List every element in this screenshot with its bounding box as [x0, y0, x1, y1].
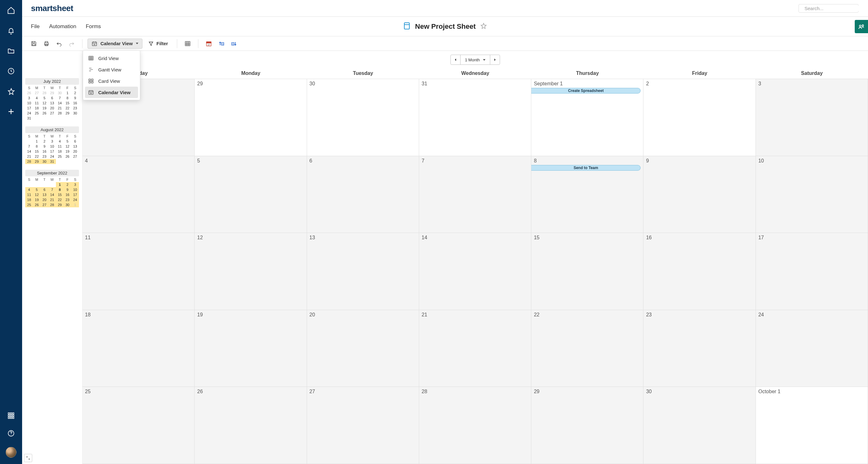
- mini-calendar-day[interactable]: 30: [41, 159, 48, 164]
- mini-calendar-day[interactable]: 26: [63, 154, 71, 159]
- calendar-cell[interactable]: 17: [756, 233, 868, 310]
- mini-calendar-day[interactable]: 27: [48, 111, 56, 116]
- mini-calendar-day[interactable]: 22: [33, 154, 40, 159]
- calendar-cell[interactable]: 14: [419, 233, 531, 310]
- folder-icon[interactable]: [7, 47, 15, 55]
- share-button[interactable]: [855, 20, 868, 33]
- calendar-cell[interactable]: 6: [307, 156, 419, 233]
- mini-calendar-day[interactable]: 9: [41, 144, 48, 149]
- calendar-cell[interactable]: 5: [194, 156, 307, 233]
- filter-button[interactable]: Filter: [144, 39, 172, 48]
- clock-icon[interactable]: [7, 67, 15, 75]
- mini-calendar-day[interactable]: 1: [63, 90, 71, 95]
- mini-calendar-day[interactable]: 17: [71, 192, 79, 197]
- plus-icon[interactable]: [7, 108, 15, 116]
- mini-calendar-day[interactable]: 27: [33, 90, 40, 95]
- view-option-calendar[interactable]: 31 Calendar View: [85, 87, 138, 98]
- star-icon[interactable]: [7, 87, 15, 95]
- mini-calendar-day[interactable]: 30: [63, 202, 71, 207]
- calendar-cell[interactable]: 22: [531, 310, 644, 387]
- calendar-cell[interactable]: 11: [83, 233, 194, 310]
- mini-calendar-day[interactable]: 19: [63, 149, 71, 154]
- mini-calendar-day[interactable]: 30: [71, 111, 79, 116]
- mini-calendar-day[interactable]: 8: [56, 187, 63, 192]
- mini-calendar-day[interactable]: 26: [33, 202, 40, 207]
- mini-calendar-day[interactable]: 5: [63, 139, 71, 144]
- table-icon[interactable]: [182, 38, 193, 49]
- mini-calendar-day[interactable]: 10: [25, 100, 33, 106]
- mini-calendar-day[interactable]: 26: [25, 90, 33, 95]
- mini-calendar-day[interactable]: 23: [41, 154, 48, 159]
- mini-calendar-day[interactable]: 16: [63, 192, 71, 197]
- mini-calendar[interactable]: August 2022SMTWTFS1234567891011121314151…: [25, 126, 79, 164]
- menu-file[interactable]: File: [31, 23, 39, 30]
- menu-automation[interactable]: Automation: [49, 23, 76, 30]
- prev-range-button[interactable]: [451, 55, 460, 64]
- mini-calendar-day[interactable]: 5: [33, 187, 40, 192]
- mini-calendar-day[interactable]: 6: [71, 139, 79, 144]
- calendar-cell[interactable]: 12: [194, 233, 307, 310]
- mini-calendar-day[interactable]: 12: [63, 144, 71, 149]
- mini-calendar-day[interactable]: 29: [33, 159, 40, 164]
- favorite-star-icon[interactable]: [480, 23, 487, 30]
- mini-calendar-day[interactable]: 31: [48, 159, 56, 164]
- mini-calendar-day[interactable]: 4: [25, 187, 33, 192]
- mini-calendar-day[interactable]: 31: [25, 116, 33, 121]
- mini-calendar-day[interactable]: 28: [25, 159, 33, 164]
- mini-calendar-day[interactable]: 19: [41, 106, 48, 111]
- calendar-cell[interactable]: 15: [531, 233, 644, 310]
- calendar-cell[interactable]: 2: [644, 79, 755, 156]
- mini-calendar-day[interactable]: 1: [56, 182, 63, 187]
- calendar-cell[interactable]: 29: [531, 387, 644, 464]
- mini-calendar-day[interactable]: 25: [56, 154, 63, 159]
- mini-calendar-day[interactable]: 17: [48, 149, 56, 154]
- mini-calendar-day[interactable]: 6: [41, 187, 48, 192]
- mini-calendar[interactable]: July 2022SMTWTFS262728293012345678910111…: [25, 78, 79, 121]
- mini-calendar-day[interactable]: 24: [48, 154, 56, 159]
- mini-calendar-day[interactable]: 3: [25, 95, 33, 100]
- mini-calendar-day[interactable]: 10: [48, 144, 56, 149]
- calendar-cell[interactable]: 26: [194, 387, 307, 464]
- mini-calendar-day[interactable]: 17: [25, 106, 33, 111]
- mini-calendar-day[interactable]: 14: [25, 149, 33, 154]
- mini-calendar-day[interactable]: 30: [56, 90, 63, 95]
- calendar-event[interactable]: Send to Team: [531, 165, 641, 171]
- undo-icon[interactable]: [54, 38, 64, 49]
- mini-calendar-day[interactable]: 3: [71, 182, 79, 187]
- mini-calendar-day[interactable]: 25: [33, 111, 40, 116]
- mini-calendar-day[interactable]: 27: [71, 154, 79, 159]
- home-icon[interactable]: [7, 6, 15, 14]
- mini-calendar-day[interactable]: 1: [71, 202, 79, 207]
- calendar-cell[interactable]: 25: [83, 387, 194, 464]
- view-option-gantt[interactable]: Gantt View: [85, 64, 138, 75]
- save-icon[interactable]: [28, 38, 39, 49]
- help-icon[interactable]: [7, 429, 15, 437]
- mini-calendar-day[interactable]: 29: [63, 111, 71, 116]
- today-icon[interactable]: 17: [204, 38, 214, 49]
- mini-calendar-day[interactable]: 18: [25, 197, 33, 202]
- mini-calendar-day[interactable]: 29: [48, 90, 56, 95]
- mini-calendar-day[interactable]: 24: [71, 197, 79, 202]
- mini-calendar-day[interactable]: 20: [41, 197, 48, 202]
- mini-calendar-day[interactable]: 28: [56, 111, 63, 116]
- calendar-cell[interactable]: October 1: [756, 387, 868, 464]
- mini-calendar-day[interactable]: 19: [33, 197, 40, 202]
- mini-calendar-day[interactable]: 23: [71, 106, 79, 111]
- calendar-cell[interactable]: 21: [419, 310, 531, 387]
- mini-calendar-day[interactable]: 13: [41, 192, 48, 197]
- mini-calendar-day[interactable]: 7: [48, 187, 56, 192]
- apps-grid-icon[interactable]: [7, 411, 15, 420]
- mini-calendar-day[interactable]: 11: [56, 144, 63, 149]
- calendar-cell[interactable]: 16: [644, 233, 755, 310]
- calendar-cell[interactable]: 20: [307, 310, 419, 387]
- mini-calendar-day[interactable]: 22: [56, 197, 63, 202]
- mini-calendar-day[interactable]: 9: [71, 95, 79, 100]
- calendar-cell[interactable]: 7: [419, 156, 531, 233]
- mini-calendar-day[interactable]: 2: [41, 139, 48, 144]
- mini-calendar-day[interactable]: 15: [33, 149, 40, 154]
- calendar-cell[interactable]: 3: [756, 79, 868, 156]
- mini-calendar-day[interactable]: 4: [33, 95, 40, 100]
- mini-calendar-day[interactable]: 9: [63, 187, 71, 192]
- mini-calendar-day[interactable]: 20: [71, 149, 79, 154]
- mini-calendar-day[interactable]: 24: [25, 111, 33, 116]
